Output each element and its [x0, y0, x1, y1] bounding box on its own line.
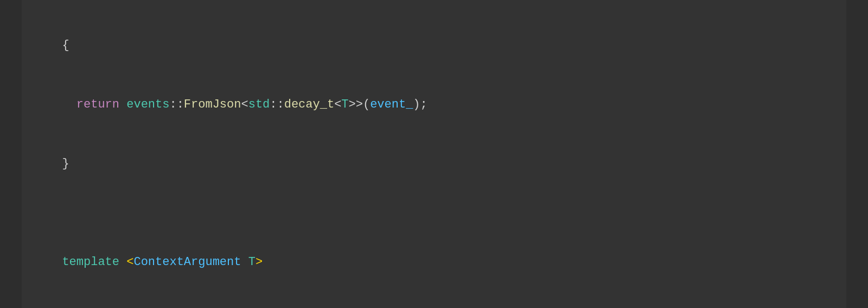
code-line-9: }	[48, 154, 820, 174]
code-block: class Gate { public: template <Event T> …	[48, 0, 820, 308]
code-line-11: template <ContextArgument T>	[48, 253, 820, 272]
code-line-7: {	[48, 36, 820, 55]
code-container: class Gate { public: template <Event T> …	[22, 0, 846, 308]
code-line-8: return events::FromJson<std::decay_t<T>>…	[48, 95, 820, 115]
